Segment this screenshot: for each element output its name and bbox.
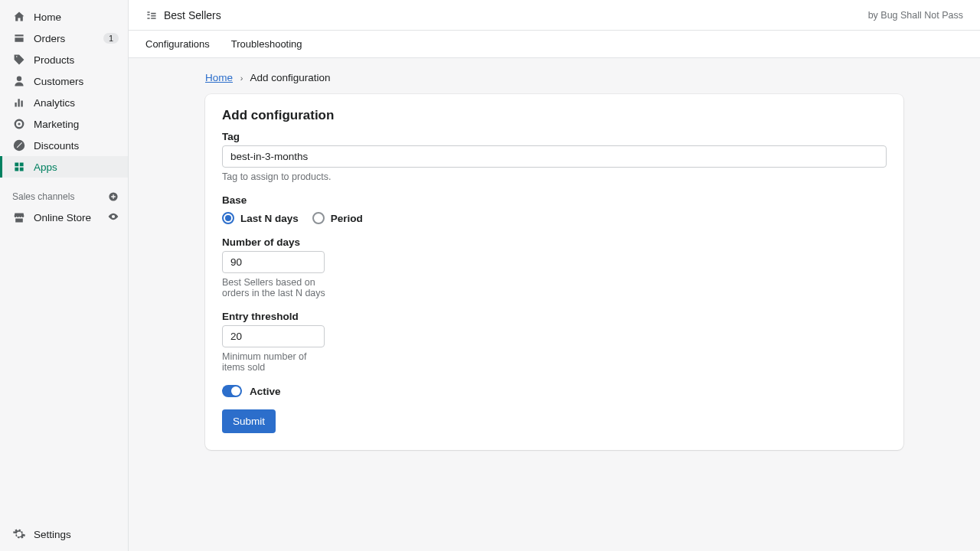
discount-icon <box>12 139 26 152</box>
tag-icon <box>12 53 26 67</box>
add-channel-icon[interactable] <box>108 191 119 202</box>
bar-chart-icon <box>12 96 26 109</box>
nav-label: Apps <box>34 161 57 173</box>
target-icon <box>12 117 26 131</box>
eye-icon[interactable] <box>108 211 119 224</box>
active-toggle[interactable] <box>222 385 242 397</box>
radio-icon <box>312 212 325 224</box>
nav-label: Orders <box>34 33 65 44</box>
nav-label: Products <box>34 54 74 66</box>
nav-marketing[interactable]: Marketing <box>0 113 128 135</box>
days-help: Best Sellers based on orders in the last… <box>222 277 328 298</box>
nav-discounts[interactable]: Discounts <box>0 135 128 156</box>
chevron-right-icon: › <box>240 73 243 83</box>
days-input[interactable] <box>222 251 325 273</box>
threshold-input[interactable] <box>222 325 325 347</box>
app-title: Best Sellers <box>164 9 221 21</box>
content: Home › Add configuration Add configurati… <box>129 58 980 551</box>
inbox-icon <box>12 31 26 45</box>
threshold-label: Entry threshold <box>222 311 887 322</box>
radio-label: Period <box>331 213 363 224</box>
app-byline: by Bug Shall Not Pass <box>868 10 963 21</box>
apps-icon <box>12 160 26 174</box>
page-title: Add configuration <box>222 108 887 123</box>
breadcrumb-home[interactable]: Home <box>205 72 233 83</box>
sales-channels-label: Sales channels <box>12 191 74 202</box>
nav-label: Discounts <box>34 140 79 152</box>
tab-troubleshooting[interactable]: Troubleshooting <box>220 31 313 57</box>
submit-button[interactable]: Submit <box>222 409 276 433</box>
active-label: Active <box>250 386 281 397</box>
breadcrumb: Home › Add configuration <box>205 72 903 83</box>
nav-analytics[interactable]: Analytics <box>0 92 128 113</box>
config-card: Add configuration Tag Tag to assign to p… <box>205 94 903 450</box>
base-label: Base <box>222 194 887 206</box>
sales-channels-header: Sales channels <box>0 191 128 202</box>
nav-customers[interactable]: Customers <box>0 70 128 92</box>
nav-home[interactable]: Home <box>0 6 128 28</box>
channel-label: Online Store <box>34 212 91 223</box>
store-icon <box>12 210 26 224</box>
nav-apps[interactable]: Apps <box>0 156 128 178</box>
radio-label: Last N days <box>240 213 299 224</box>
tag-help: Tag to assign to products. <box>222 171 887 182</box>
app-header: Best Sellers by Bug Shall Not Pass <box>129 0 980 31</box>
breadcrumb-current: Add configuration <box>250 72 330 83</box>
radio-last-n-days[interactable]: Last N days <box>222 212 299 224</box>
gear-icon <box>12 527 26 541</box>
nav-badge: 1 <box>103 33 119 44</box>
tag-input[interactable] <box>222 145 887 168</box>
nav-label: Settings <box>34 529 71 540</box>
nav-label: Marketing <box>34 119 79 130</box>
nav-products[interactable]: Products <box>0 49 128 70</box>
app-icon <box>145 9 158 21</box>
tag-label: Tag <box>222 131 887 142</box>
radio-icon <box>222 212 234 224</box>
nav-orders[interactable]: Orders 1 <box>0 28 128 49</box>
nav-label: Analytics <box>34 97 75 109</box>
tab-configurations[interactable]: Configurations <box>145 31 220 57</box>
nav-label: Customers <box>34 76 83 87</box>
tabbar: Configurations Troubleshooting <box>129 31 980 58</box>
nav-label: Home <box>34 11 61 23</box>
sidebar: Home Orders 1 Products Customers Analyti… <box>0 0 129 551</box>
days-label: Number of days <box>222 236 887 248</box>
user-icon <box>12 74 26 88</box>
channel-online-store[interactable]: Online Store <box>0 205 128 230</box>
radio-period[interactable]: Period <box>312 212 363 224</box>
nav-settings[interactable]: Settings <box>0 523 128 545</box>
threshold-help: Minimum number of items sold <box>222 351 328 373</box>
main: Best Sellers by Bug Shall Not Pass Confi… <box>129 0 980 551</box>
home-icon <box>12 10 26 24</box>
